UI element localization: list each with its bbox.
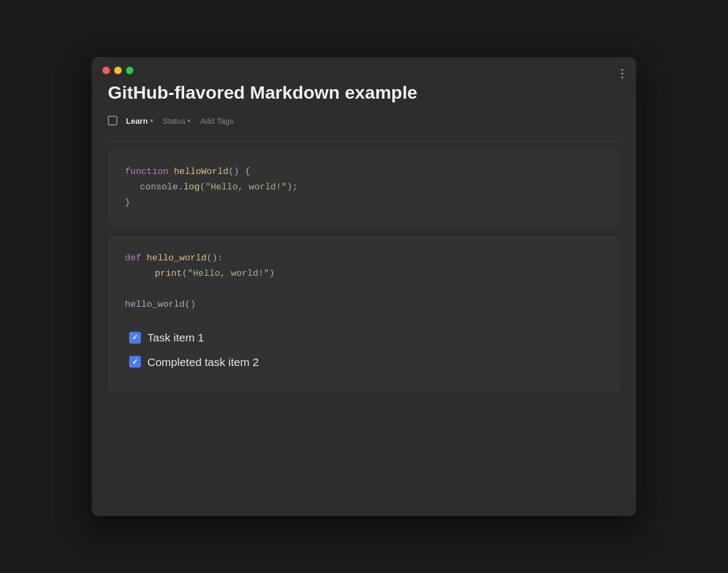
- kw-close-brace: }: [125, 197, 130, 208]
- task-label-2: Completed task item 2: [147, 353, 259, 372]
- kw-py-hello-string: "Hello, world!": [187, 268, 269, 278]
- kw-print-close: ): [269, 268, 274, 278]
- task-list: Task item 1 Completed task item 2: [125, 328, 603, 371]
- checkbox-icon: [108, 116, 117, 125]
- js-line-1: function helloWorld() {: [125, 164, 603, 180]
- js-code-block: function helloWorld() { console.log("Hel…: [108, 149, 620, 226]
- js-line-3: }: [125, 195, 603, 211]
- toolbar: Learn ▾ Status ▾ Add Tags: [108, 114, 620, 137]
- kw-hello-world-fn: helloWorld: [174, 166, 228, 177]
- task-label-1: Task item 1: [147, 328, 204, 347]
- task-checkbox-2[interactable]: [129, 356, 141, 368]
- kw-call-hello-world: hello_world(): [125, 299, 196, 309]
- kw-def: def: [125, 253, 147, 263]
- more-dot-2: [621, 73, 623, 75]
- add-tags-button[interactable]: Add Tags: [197, 114, 236, 128]
- window-content: GitHub-flavored Markdown example Learn ▾…: [92, 82, 636, 418]
- app-window: GitHub-flavored Markdown example Learn ▾…: [92, 57, 636, 516]
- status-button[interactable]: Status ▾: [160, 114, 194, 128]
- status-label: Status: [163, 116, 186, 125]
- titlebar: [92, 57, 636, 82]
- learn-label: Learn: [126, 116, 148, 125]
- kw-parens-open: () {: [228, 166, 250, 177]
- maximize-button[interactable]: [126, 67, 133, 74]
- kw-hello-world-py: hello_world: [147, 253, 207, 263]
- kw-console: console.: [140, 182, 184, 192]
- minimize-button[interactable]: [114, 67, 122, 74]
- add-tags-label: Add Tags: [200, 116, 233, 125]
- more-options-button[interactable]: [619, 67, 626, 81]
- kw-function: function: [125, 166, 174, 177]
- kw-hello-string: "Hello, world!": [205, 182, 287, 192]
- task-checkbox-1[interactable]: [129, 332, 141, 344]
- js-line-2: console.log("Hello, world!");: [125, 180, 603, 195]
- kw-log-close: );: [287, 182, 297, 192]
- kw-print: print: [155, 268, 182, 278]
- close-button[interactable]: [102, 67, 110, 74]
- task-item-2: Completed task item 2: [129, 353, 603, 372]
- more-dot-1: [621, 69, 623, 71]
- py-line-1: def hello_world():: [125, 251, 603, 266]
- py-code-block: def hello_world(): print("Hello, world!"…: [108, 236, 620, 392]
- window-controls: [102, 67, 133, 74]
- learn-chevron-icon: ▾: [150, 117, 153, 124]
- py-line-4: hello_world(): [125, 297, 603, 313]
- page-title: GitHub-flavored Markdown example: [108, 82, 620, 104]
- learn-button[interactable]: Learn ▾: [123, 114, 156, 128]
- kw-log: log: [184, 182, 200, 192]
- status-chevron-icon: ▾: [187, 117, 191, 124]
- kw-py-parens: ():: [207, 253, 223, 263]
- kw-log-paren: (: [200, 182, 205, 192]
- task-item-1: Task item 1: [129, 328, 603, 347]
- py-line-3: [125, 282, 603, 297]
- kw-print-paren: (: [182, 268, 187, 278]
- py-line-2: print("Hello, world!"): [125, 266, 603, 282]
- more-dot-3: [621, 76, 623, 78]
